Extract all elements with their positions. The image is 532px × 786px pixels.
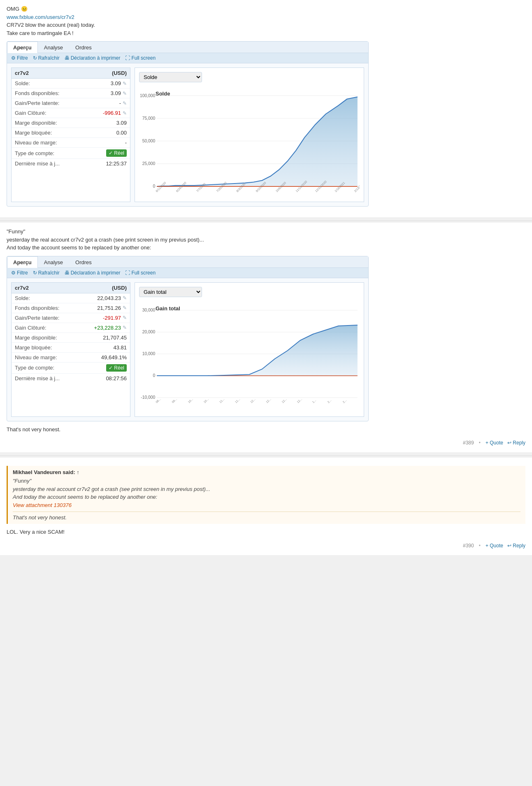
post-2-line1: yesterday the real account cr7v2 got a c… [7,237,204,243]
chart-header-1: Solde Gain total Gain/Perte latente [139,72,360,82]
value-fonds-1: 3.09 ✎ [111,90,127,96]
tab-analyse-2[interactable]: Analyse [38,256,69,268]
fullscreen-btn-2[interactable]: ⛶ Full screen [125,270,156,276]
print-btn-1[interactable]: 🖶 Déclaration à imprimer [65,55,121,61]
chart-title-1: Solde [156,91,170,97]
widget-1-tabs: Aperçu Analyse Ordres [7,42,368,53]
edit-icon-fonds-1[interactable]: ✎ [123,91,127,96]
svg-text:12...: 12... [250,398,256,404]
edit-icon-gc-2[interactable]: ✎ [123,325,127,330]
print-label-1: Déclaration à imprimer [71,55,121,61]
value-fonds-2: 21,751.26 ✎ [97,305,127,311]
edit-icon-gpl-1[interactable]: ✎ [123,100,127,106]
label-fonds-2: Fonds disponibles: [15,305,59,311]
stats-row-gc-2: Gain Clôturé: +23,228.23 ✎ [12,323,130,333]
tab-ordres-1[interactable]: Ordres [69,42,98,53]
filter-btn-2[interactable]: ⚙ Filtre [11,270,28,276]
svg-text:12...: 12... [281,398,288,404]
post-1-link[interactable]: www.fxblue.com/users/cr7v2 [7,14,74,20]
label-gpl-1: Gain/Perte latente: [15,100,59,106]
print-btn-2[interactable]: 🖶 Déclaration à imprimer [65,270,121,276]
post-2-text: "Funny" yesterday the real account cr7v2… [7,228,525,252]
svg-text:2...: 2... [342,398,348,403]
tab-analyse-1[interactable]: Analyse [38,42,69,53]
widget-2-tabs: Aperçu Analyse Ordres [7,256,368,268]
post-3: Mikhael Vandeuren said: ↑ "Funny" yester… [0,458,532,555]
chart-header-2: Solde Gain total Gain/Perte latente [139,287,360,297]
edit-icon-gpl-2[interactable]: ✎ [123,315,127,321]
account-currency-2: (USD) [112,285,127,291]
svg-text:08...: 08... [155,398,162,404]
quote-btn-3[interactable]: + Quote [486,543,503,549]
label-solde-2: Solde: [15,295,30,301]
post-1-line1: OMG 😐 [7,6,28,12]
svg-text:-10,000: -10,000 [141,395,155,400]
label-time-1: Dernière mise à j... [15,160,60,167]
widget-2-toolbar: ⚙ Filtre ↻ Rafraîchir 🖶 Déclaration à im… [7,268,368,278]
chart-dropdown-2[interactable]: Solde Gain total Gain/Perte latente [139,287,202,297]
value-nm-2: 49,649.1% [101,354,127,360]
refresh-btn-2[interactable]: ↻ Rafraîchir [33,270,60,276]
stats-row-gc-1: Gain Clôturé: -996.91 ✎ [12,108,130,118]
label-mb-2: Marge bloquée: [15,344,52,351]
label-time-2: Dernière mise à j... [15,375,60,381]
tab-apercu-2[interactable]: Aperçu [7,256,38,268]
stats-table-2: cr7v2 (USD) Solde: 22,043.23 ✎ Fonds dis… [11,282,130,417]
svg-text:0: 0 [153,184,155,188]
post-1: OMG 😐 www.fxblue.com/users/cr7v2 CR7V2 b… [0,0,532,217]
svg-text:2...: 2... [327,398,332,403]
post-1-text: OMG 😐 www.fxblue.com/users/cr7v2 CR7V2 b… [7,5,525,37]
fullscreen-btn-1[interactable]: ⛶ Full screen [125,55,156,61]
post-2-bottom: That's not very honest. [7,426,525,434]
separator-2 [0,456,532,456]
value-solde-2: 22,043.23 ✎ [97,295,127,301]
stats-header-1: cr7v2 (USD) [12,68,130,79]
quote-bottom-3: That's not very honest. [13,514,520,521]
stats-row-gpl-1: Gain/Perte latente: - ✎ [12,98,130,108]
value-nm-1: - [125,140,127,146]
fullscreen-label-1: Full screen [131,55,156,61]
svg-text:10...: 10... [187,398,194,404]
edit-icon-solde-2[interactable]: ✎ [123,295,127,301]
post-2: "Funny" yesterday the real account cr7v2… [0,223,532,452]
dot-sep-3a: • [479,543,481,549]
filter-btn-1[interactable]: ⚙ Filtre [11,55,28,61]
stats-row-solde-1: Solde: 3.09 ✎ [12,79,130,88]
label-gc-2: Gain Clôturé: [15,325,46,331]
stats-row-md-2: Marge disponible: 21,707.45 [12,333,130,343]
edit-icon-solde-1[interactable]: ✎ [123,81,127,86]
tab-ordres-2[interactable]: Ordres [69,256,98,268]
reply-btn-2[interactable]: ↩ Reply [507,440,525,446]
edit-icon-fonds-2[interactable]: ✎ [123,305,127,311]
svg-text:10...: 10... [203,398,209,404]
quote-author-3: Mikhael Vandeuren said: ↑ [13,469,520,475]
separator-1 [0,221,532,221]
fullscreen-label-2: Full screen [131,270,156,276]
svg-text:12...: 12... [296,398,303,404]
svg-text:50,000: 50,000 [142,139,156,143]
refresh-btn-1[interactable]: ↻ Rafraîchir [33,55,60,61]
quote-text-3: "Funny" yesterday the real account cr7v2… [13,477,520,509]
widget-1: Aperçu Analyse Ordres ⚙ Filtre ↻ Rafraîc… [7,41,369,207]
value-md-2: 21,707.45 [103,335,127,341]
post-2-bottom-text: That's not very honest. [7,426,60,433]
label-mb-1: Marge bloquée: [15,130,52,136]
widget-2-body: cr7v2 (USD) Solde: 22,043.23 ✎ Fonds dis… [7,278,368,421]
svg-text:7/20/2020: 7/20/2020 [216,181,228,193]
svg-text:25,000: 25,000 [142,161,156,166]
svg-text:12...: 12... [265,398,272,404]
quote-attachment-link-3[interactable]: View attachment 130376 [13,502,72,508]
value-type-2: ✓ Réel [106,364,127,372]
tab-apercu-1[interactable]: Aperçu [7,42,38,53]
edit-icon-gc-1[interactable]: ✎ [123,110,127,116]
quote-sep-3 [13,512,520,512]
stats-row-mb-2: Marge bloquée: 43.81 [12,343,130,353]
chart-dropdown-1[interactable]: Solde Gain total Gain/Perte latente [139,72,202,82]
stats-row-nm-2: Niveau de marge: 49,649.1% [12,353,130,363]
quote-btn-2[interactable]: + Quote [486,440,503,446]
reply-btn-3[interactable]: ↩ Reply [507,543,525,549]
badge-real-1: ✓ Réel [106,149,127,157]
chart-svg-2: 30,000 20,000 10,000 0 -10,000 [139,305,360,412]
svg-text:7/7/2020: 7/7/2020 [195,182,206,193]
stats-row-fonds-1: Fonds disponibles: 3.09 ✎ [12,88,130,98]
